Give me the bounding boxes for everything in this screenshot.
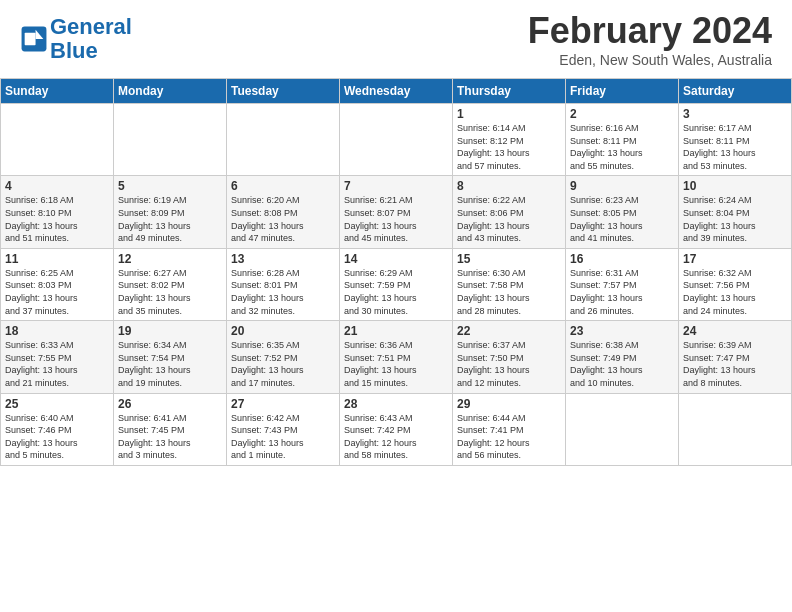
day-info: Sunrise: 6:21 AM Sunset: 8:07 PM Dayligh… [344, 194, 448, 244]
day-number: 14 [344, 252, 448, 266]
day-number: 8 [457, 179, 561, 193]
calendar-cell: 13Sunrise: 6:28 AM Sunset: 8:01 PM Dayli… [227, 248, 340, 320]
day-info: Sunrise: 6:24 AM Sunset: 8:04 PM Dayligh… [683, 194, 787, 244]
title-section: February 2024 Eden, New South Wales, Aus… [528, 10, 772, 68]
day-number: 18 [5, 324, 109, 338]
calendar-cell: 11Sunrise: 6:25 AM Sunset: 8:03 PM Dayli… [1, 248, 114, 320]
location: Eden, New South Wales, Australia [528, 52, 772, 68]
day-info: Sunrise: 6:38 AM Sunset: 7:49 PM Dayligh… [570, 339, 674, 389]
day-info: Sunrise: 6:18 AM Sunset: 8:10 PM Dayligh… [5, 194, 109, 244]
col-header-friday: Friday [566, 79, 679, 104]
calendar-cell: 20Sunrise: 6:35 AM Sunset: 7:52 PM Dayli… [227, 321, 340, 393]
day-info: Sunrise: 6:36 AM Sunset: 7:51 PM Dayligh… [344, 339, 448, 389]
calendar-cell: 1Sunrise: 6:14 AM Sunset: 8:12 PM Daylig… [453, 104, 566, 176]
calendar-cell: 24Sunrise: 6:39 AM Sunset: 7:47 PM Dayli… [679, 321, 792, 393]
day-number: 17 [683, 252, 787, 266]
day-number: 3 [683, 107, 787, 121]
calendar-cell: 15Sunrise: 6:30 AM Sunset: 7:58 PM Dayli… [453, 248, 566, 320]
calendar-cell [227, 104, 340, 176]
day-info: Sunrise: 6:16 AM Sunset: 8:11 PM Dayligh… [570, 122, 674, 172]
day-number: 23 [570, 324, 674, 338]
logo-icon [20, 25, 48, 53]
day-info: Sunrise: 6:44 AM Sunset: 7:41 PM Dayligh… [457, 412, 561, 462]
calendar-cell [114, 104, 227, 176]
calendar-cell: 2Sunrise: 6:16 AM Sunset: 8:11 PM Daylig… [566, 104, 679, 176]
day-number: 11 [5, 252, 109, 266]
calendar-cell: 26Sunrise: 6:41 AM Sunset: 7:45 PM Dayli… [114, 393, 227, 465]
calendar: SundayMondayTuesdayWednesdayThursdayFrid… [0, 78, 792, 466]
day-info: Sunrise: 6:40 AM Sunset: 7:46 PM Dayligh… [5, 412, 109, 462]
calendar-cell: 16Sunrise: 6:31 AM Sunset: 7:57 PM Dayli… [566, 248, 679, 320]
day-number: 16 [570, 252, 674, 266]
calendar-cell: 10Sunrise: 6:24 AM Sunset: 8:04 PM Dayli… [679, 176, 792, 248]
calendar-cell: 8Sunrise: 6:22 AM Sunset: 8:06 PM Daylig… [453, 176, 566, 248]
day-number: 12 [118, 252, 222, 266]
col-header-tuesday: Tuesday [227, 79, 340, 104]
day-info: Sunrise: 6:42 AM Sunset: 7:43 PM Dayligh… [231, 412, 335, 462]
calendar-cell [1, 104, 114, 176]
day-number: 13 [231, 252, 335, 266]
day-number: 7 [344, 179, 448, 193]
calendar-cell: 21Sunrise: 6:36 AM Sunset: 7:51 PM Dayli… [340, 321, 453, 393]
day-info: Sunrise: 6:22 AM Sunset: 8:06 PM Dayligh… [457, 194, 561, 244]
calendar-cell: 17Sunrise: 6:32 AM Sunset: 7:56 PM Dayli… [679, 248, 792, 320]
day-number: 6 [231, 179, 335, 193]
logo-line1: General [50, 14, 132, 39]
day-info: Sunrise: 6:30 AM Sunset: 7:58 PM Dayligh… [457, 267, 561, 317]
day-info: Sunrise: 6:31 AM Sunset: 7:57 PM Dayligh… [570, 267, 674, 317]
calendar-cell: 18Sunrise: 6:33 AM Sunset: 7:55 PM Dayli… [1, 321, 114, 393]
day-number: 15 [457, 252, 561, 266]
calendar-cell: 27Sunrise: 6:42 AM Sunset: 7:43 PM Dayli… [227, 393, 340, 465]
day-number: 5 [118, 179, 222, 193]
day-number: 24 [683, 324, 787, 338]
day-info: Sunrise: 6:14 AM Sunset: 8:12 PM Dayligh… [457, 122, 561, 172]
calendar-cell: 28Sunrise: 6:43 AM Sunset: 7:42 PM Dayli… [340, 393, 453, 465]
logo-line2: Blue [50, 38, 98, 63]
calendar-cell: 12Sunrise: 6:27 AM Sunset: 8:02 PM Dayli… [114, 248, 227, 320]
calendar-cell: 14Sunrise: 6:29 AM Sunset: 7:59 PM Dayli… [340, 248, 453, 320]
svg-rect-2 [25, 33, 36, 45]
day-number: 29 [457, 397, 561, 411]
day-info: Sunrise: 6:29 AM Sunset: 7:59 PM Dayligh… [344, 267, 448, 317]
day-number: 1 [457, 107, 561, 121]
calendar-cell: 25Sunrise: 6:40 AM Sunset: 7:46 PM Dayli… [1, 393, 114, 465]
calendar-cell: 9Sunrise: 6:23 AM Sunset: 8:05 PM Daylig… [566, 176, 679, 248]
day-info: Sunrise: 6:35 AM Sunset: 7:52 PM Dayligh… [231, 339, 335, 389]
day-number: 26 [118, 397, 222, 411]
calendar-cell [340, 104, 453, 176]
day-info: Sunrise: 6:33 AM Sunset: 7:55 PM Dayligh… [5, 339, 109, 389]
day-info: Sunrise: 6:23 AM Sunset: 8:05 PM Dayligh… [570, 194, 674, 244]
col-header-sunday: Sunday [1, 79, 114, 104]
calendar-cell: 22Sunrise: 6:37 AM Sunset: 7:50 PM Dayli… [453, 321, 566, 393]
day-number: 27 [231, 397, 335, 411]
day-number: 10 [683, 179, 787, 193]
day-number: 21 [344, 324, 448, 338]
day-number: 9 [570, 179, 674, 193]
col-header-saturday: Saturday [679, 79, 792, 104]
day-number: 20 [231, 324, 335, 338]
calendar-cell: 5Sunrise: 6:19 AM Sunset: 8:09 PM Daylig… [114, 176, 227, 248]
day-info: Sunrise: 6:39 AM Sunset: 7:47 PM Dayligh… [683, 339, 787, 389]
day-number: 19 [118, 324, 222, 338]
col-header-monday: Monday [114, 79, 227, 104]
day-info: Sunrise: 6:17 AM Sunset: 8:11 PM Dayligh… [683, 122, 787, 172]
logo-text: General Blue [50, 15, 132, 63]
col-header-wednesday: Wednesday [340, 79, 453, 104]
logo: General Blue [20, 15, 132, 63]
col-header-thursday: Thursday [453, 79, 566, 104]
month-title: February 2024 [528, 10, 772, 52]
day-info: Sunrise: 6:27 AM Sunset: 8:02 PM Dayligh… [118, 267, 222, 317]
calendar-cell: 4Sunrise: 6:18 AM Sunset: 8:10 PM Daylig… [1, 176, 114, 248]
day-info: Sunrise: 6:19 AM Sunset: 8:09 PM Dayligh… [118, 194, 222, 244]
day-info: Sunrise: 6:37 AM Sunset: 7:50 PM Dayligh… [457, 339, 561, 389]
day-info: Sunrise: 6:34 AM Sunset: 7:54 PM Dayligh… [118, 339, 222, 389]
day-number: 25 [5, 397, 109, 411]
day-number: 22 [457, 324, 561, 338]
calendar-cell: 7Sunrise: 6:21 AM Sunset: 8:07 PM Daylig… [340, 176, 453, 248]
day-info: Sunrise: 6:43 AM Sunset: 7:42 PM Dayligh… [344, 412, 448, 462]
day-info: Sunrise: 6:25 AM Sunset: 8:03 PM Dayligh… [5, 267, 109, 317]
calendar-cell: 19Sunrise: 6:34 AM Sunset: 7:54 PM Dayli… [114, 321, 227, 393]
day-info: Sunrise: 6:41 AM Sunset: 7:45 PM Dayligh… [118, 412, 222, 462]
day-info: Sunrise: 6:20 AM Sunset: 8:08 PM Dayligh… [231, 194, 335, 244]
calendar-cell: 29Sunrise: 6:44 AM Sunset: 7:41 PM Dayli… [453, 393, 566, 465]
